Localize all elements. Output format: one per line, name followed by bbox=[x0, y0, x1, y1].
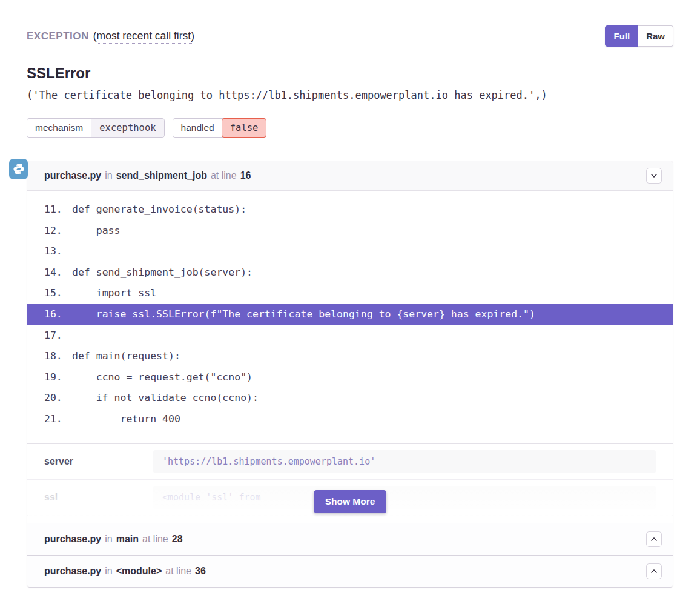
exception-header-row: EXCEPTION (most recent call first) Full … bbox=[27, 25, 673, 47]
code-text: def generate_invoice(status): bbox=[72, 199, 246, 221]
code-lines: 11. def generate_invoice(status): 12. pa… bbox=[27, 191, 673, 443]
code-line: 14. def send_shipment_job(server): bbox=[27, 262, 673, 284]
stack-trace: purchase.py in send_shipment_job at line… bbox=[27, 161, 673, 588]
show-more-button[interactable]: Show More bbox=[314, 490, 386, 513]
expand-frame-button[interactable] bbox=[646, 563, 662, 579]
exception-subtitle-tooltip: most recent call first) bbox=[97, 30, 194, 44]
tag-mechanism: mechanism excepthook bbox=[27, 118, 165, 138]
variable-row-server: server 'https://lb1.shipments.empowerpla… bbox=[27, 444, 673, 480]
tag-mechanism-value: excepthook bbox=[91, 119, 163, 137]
chevron-up-icon bbox=[650, 536, 658, 543]
frame-function: main bbox=[116, 534, 139, 545]
collapse-frame-button[interactable] bbox=[646, 168, 662, 184]
frame-variables: server 'https://lb1.shipments.empowerpla… bbox=[27, 443, 673, 523]
variable-value: 'https://lb1.shipments.empowerplant.io' bbox=[153, 450, 656, 473]
tag-handled-key: handled bbox=[173, 119, 222, 137]
code-text: import ssl bbox=[72, 283, 156, 304]
frame-function: <module> bbox=[116, 566, 162, 577]
frame-filename: purchase.py bbox=[44, 170, 101, 181]
frame-lineno: 16 bbox=[240, 170, 251, 181]
code-line: 21. return 400 bbox=[27, 409, 673, 430]
line-number: 18. bbox=[44, 346, 72, 367]
code-line: 15. import ssl bbox=[27, 283, 673, 304]
frame-title: purchase.py in <module> at line 36 bbox=[44, 566, 206, 577]
code-text: if not validate_ccno(ccno): bbox=[72, 388, 259, 409]
line-number: 13. bbox=[44, 241, 72, 262]
code-line: 13. bbox=[27, 241, 673, 262]
variable-name: ssl bbox=[44, 492, 153, 503]
code-text: pass bbox=[72, 221, 120, 242]
frame-lineno: 36 bbox=[195, 566, 206, 577]
view-toggle-group: Full Raw bbox=[605, 25, 673, 47]
frame-lineno: 28 bbox=[172, 534, 183, 545]
line-number: 19. bbox=[44, 367, 72, 388]
line-number: 16. bbox=[44, 304, 72, 325]
code-line: 18. def main(request): bbox=[27, 346, 673, 367]
exception-tags: mechanism excepthook handled false bbox=[27, 118, 673, 138]
chevron-up-icon bbox=[650, 568, 658, 575]
code-text: return 400 bbox=[72, 409, 180, 430]
frame-filename: purchase.py bbox=[44, 534, 101, 545]
code-text: raise ssl.SSLError(f"The certificate bel… bbox=[72, 304, 535, 325]
expand-frame-button[interactable] bbox=[646, 531, 662, 547]
frame-title: purchase.py in main at line 28 bbox=[44, 534, 183, 545]
exception-heading: EXCEPTION (most recent call first) bbox=[27, 30, 194, 42]
full-view-button[interactable]: Full bbox=[605, 25, 638, 47]
code-text: def send_shipment_job(server): bbox=[72, 262, 253, 284]
code-text: def main(request): bbox=[72, 346, 180, 367]
code-text: ccno = request.get("ccno") bbox=[72, 367, 253, 388]
code-line: 17. bbox=[27, 325, 673, 347]
exception-subtitle: (most recent call first) bbox=[93, 30, 194, 42]
line-number: 17. bbox=[44, 325, 72, 347]
frame-filename: purchase.py bbox=[44, 566, 101, 577]
code-line: 20. if not validate_ccno(ccno): bbox=[27, 388, 673, 409]
tag-mechanism-key: mechanism bbox=[27, 119, 91, 137]
line-number: 11. bbox=[44, 199, 72, 221]
line-number: 14. bbox=[44, 262, 72, 284]
variable-name: server bbox=[44, 456, 153, 467]
error-type: SSLError bbox=[27, 65, 673, 82]
tag-handled: handled false bbox=[173, 118, 267, 138]
frame-function: send_shipment_job bbox=[116, 170, 207, 181]
chevron-down-icon bbox=[650, 172, 658, 179]
code-line: 19. ccno = request.get("ccno") bbox=[27, 367, 673, 388]
frame-header-send-shipment-job[interactable]: purchase.py in send_shipment_job at line… bbox=[27, 161, 673, 191]
tag-handled-value: false bbox=[222, 118, 267, 138]
line-number: 21. bbox=[44, 409, 72, 430]
error-message: ('The certificate belonging to https://l… bbox=[27, 89, 673, 101]
python-icon bbox=[9, 159, 28, 179]
line-number: 20. bbox=[44, 388, 72, 409]
code-line: 16. raise ssl.SSLError(f"The certificate… bbox=[27, 304, 673, 325]
raw-view-button[interactable]: Raw bbox=[638, 25, 673, 47]
line-number: 12. bbox=[44, 221, 72, 242]
frame-header-module[interactable]: purchase.py in <module> at line 36 bbox=[27, 555, 673, 587]
line-number: 15. bbox=[44, 283, 72, 304]
code-line: 12. pass bbox=[27, 221, 673, 242]
exception-title: EXCEPTION bbox=[27, 30, 89, 42]
code-line: 11. def generate_invoice(status): bbox=[27, 199, 673, 221]
frame-header-main[interactable]: purchase.py in main at line 28 bbox=[27, 523, 673, 555]
frame-title: purchase.py in send_shipment_job at line… bbox=[44, 170, 251, 181]
variable-value: <module 'ssl' from bbox=[153, 486, 656, 509]
